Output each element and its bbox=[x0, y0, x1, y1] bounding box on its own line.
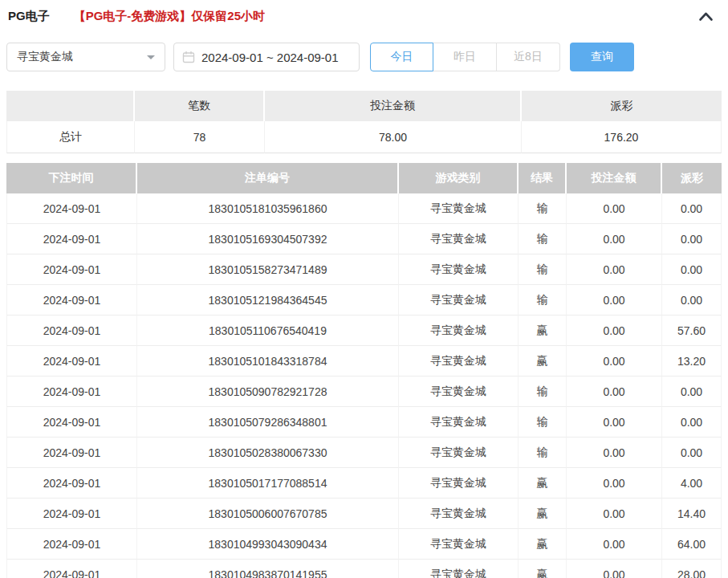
cell-bet-amount: 0.00 bbox=[567, 346, 662, 377]
query-button[interactable]: 查询 bbox=[570, 43, 634, 71]
cell-result: 输 bbox=[519, 285, 567, 315]
cell-bet-amount: 0.00 bbox=[567, 285, 662, 315]
cell-game-type: 寻宝黄金城 bbox=[399, 285, 519, 315]
cell-game-type: 寻宝黄金城 bbox=[399, 377, 519, 407]
cell-bet-time: 2024-09-01 bbox=[6, 438, 137, 468]
cell-bet-time: 2024-09-01 bbox=[6, 285, 137, 315]
summary-total-label: 总计 bbox=[6, 121, 135, 153]
cell-payout: 0.00 bbox=[662, 407, 722, 438]
cell-payout: 0.00 bbox=[662, 377, 722, 407]
cell-bet-amount: 0.00 bbox=[567, 377, 662, 407]
table-row: 2024-09-011830105006007670785寻宝黄金城赢0.001… bbox=[6, 499, 722, 529]
summary-header-row: 笔数 投注金额 派彩 bbox=[6, 91, 722, 121]
cell-order-id: 1830105110676540419 bbox=[137, 315, 399, 346]
cell-order-id: 1830105017177088514 bbox=[137, 468, 399, 499]
col-header-result: 结果 bbox=[519, 163, 567, 193]
cell-bet-amount: 0.00 bbox=[567, 560, 662, 578]
promo-notice: 【PG电子-免费游戏】仅保留25小时 bbox=[74, 9, 265, 24]
table-row: 2024-09-011830105028380067330寻宝黄金城输0.000… bbox=[6, 438, 722, 468]
cell-order-id: 1830104983870141955 bbox=[137, 560, 399, 578]
table-row: 2024-09-011830105079286348801寻宝黄金城输0.000… bbox=[6, 407, 722, 438]
cell-order-id: 1830105006007670785 bbox=[137, 499, 399, 529]
calendar-icon bbox=[182, 51, 195, 63]
table-row: 2024-09-011830104983870141955寻宝黄金城赢0.002… bbox=[6, 560, 722, 578]
cell-bet-amount: 0.00 bbox=[567, 315, 662, 346]
table-row: 2024-09-011830105101843318784寻宝黄金城赢0.001… bbox=[6, 346, 722, 377]
cell-game-type: 寻宝黄金城 bbox=[399, 438, 519, 468]
summary-header-payout: 派彩 bbox=[522, 91, 722, 121]
cell-order-id: 1830105028380067330 bbox=[137, 438, 399, 468]
cell-result: 输 bbox=[519, 407, 567, 438]
cell-bet-time: 2024-09-01 bbox=[6, 499, 137, 529]
cell-payout: 0.00 bbox=[662, 193, 722, 224]
cell-game-type: 寻宝黄金城 bbox=[399, 560, 519, 578]
quick-range-today[interactable]: 今日 bbox=[370, 43, 433, 71]
cell-bet-amount: 0.00 bbox=[567, 529, 662, 560]
date-range-value: 2024-09-01 ~ 2024-09-01 bbox=[201, 51, 339, 64]
cell-bet-time: 2024-09-01 bbox=[6, 224, 137, 254]
cell-result: 输 bbox=[519, 438, 567, 468]
betting-records-panel: PG电子 【PG电子-免费游戏】仅保留25小时 寻宝黄金城 2024-09-01… bbox=[0, 0, 728, 578]
summary-total-payout: 176.20 bbox=[522, 121, 722, 153]
table-row: 2024-09-011830104993043090434寻宝黄金城赢0.006… bbox=[6, 529, 722, 560]
chevron-down-icon bbox=[147, 55, 155, 59]
quick-range-yesterday[interactable]: 昨日 bbox=[433, 43, 497, 71]
panel-header: PG电子 【PG电子-免费游戏】仅保留25小时 bbox=[6, 0, 722, 24]
cell-result: 赢 bbox=[519, 529, 567, 560]
cell-order-id: 1830105090782921728 bbox=[137, 377, 399, 407]
bet-table-header-row: 下注时间 注单编号 游戏类别 结果 投注金额 派彩 bbox=[6, 163, 722, 193]
cell-bet-time: 2024-09-01 bbox=[6, 254, 137, 285]
summary-total-bet-amount: 78.00 bbox=[265, 121, 522, 153]
cell-payout: 28.00 bbox=[662, 560, 722, 578]
filter-row: 寻宝黄金城 2024-09-01 ~ 2024-09-01 今日 昨日 近8日 … bbox=[6, 43, 722, 71]
cell-bet-amount: 0.00 bbox=[567, 438, 662, 468]
cell-order-id: 1830105158273471489 bbox=[137, 254, 399, 285]
cell-result: 赢 bbox=[519, 560, 567, 578]
summary-header-count: 笔数 bbox=[135, 91, 265, 121]
cell-game-type: 寻宝黄金城 bbox=[399, 315, 519, 346]
cell-game-type: 寻宝黄金城 bbox=[399, 529, 519, 560]
date-range-input[interactable]: 2024-09-01 ~ 2024-09-01 bbox=[173, 43, 360, 71]
cell-bet-amount: 0.00 bbox=[567, 254, 662, 285]
cell-bet-time: 2024-09-01 bbox=[6, 315, 137, 346]
cell-bet-amount: 0.00 bbox=[567, 193, 662, 224]
cell-bet-time: 2024-09-01 bbox=[6, 407, 137, 438]
cell-order-id: 1830104993043090434 bbox=[137, 529, 399, 560]
cell-bet-amount: 0.00 bbox=[567, 499, 662, 529]
summary-header-bet-amount: 投注金额 bbox=[265, 91, 522, 121]
table-row: 2024-09-011830105017177088514寻宝黄金城赢0.004… bbox=[6, 468, 722, 499]
cell-bet-time: 2024-09-01 bbox=[6, 377, 137, 407]
col-header-order-id: 注单编号 bbox=[137, 163, 399, 193]
cell-bet-time: 2024-09-01 bbox=[6, 193, 137, 224]
cell-result: 输 bbox=[519, 377, 567, 407]
cell-payout: 4.00 bbox=[662, 468, 722, 499]
cell-bet-time: 2024-09-01 bbox=[6, 468, 137, 499]
table-row: 2024-09-011830105121984364545寻宝黄金城输0.000… bbox=[6, 285, 722, 315]
cell-payout: 0.00 bbox=[662, 438, 722, 468]
collapse-button[interactable] bbox=[697, 10, 715, 23]
cell-order-id: 1830105169304507392 bbox=[137, 224, 399, 254]
cell-result: 输 bbox=[519, 224, 567, 254]
quick-range-group: 今日 昨日 近8日 bbox=[370, 43, 560, 71]
cell-bet-time: 2024-09-01 bbox=[6, 529, 137, 560]
table-row: 2024-09-011830105110676540419寻宝黄金城赢0.005… bbox=[6, 315, 722, 346]
cell-payout: 14.40 bbox=[662, 499, 722, 529]
cell-game-type: 寻宝黄金城 bbox=[399, 468, 519, 499]
cell-game-type: 寻宝黄金城 bbox=[399, 254, 519, 285]
game-select-value: 寻宝黄金城 bbox=[17, 50, 73, 64]
quick-range-last8days[interactable]: 近8日 bbox=[497, 43, 560, 71]
col-header-game-type: 游戏类别 bbox=[399, 163, 519, 193]
cell-payout: 0.00 bbox=[662, 254, 722, 285]
cell-payout: 64.00 bbox=[662, 529, 722, 560]
cell-payout: 0.00 bbox=[662, 285, 722, 315]
cell-game-type: 寻宝黄金城 bbox=[399, 224, 519, 254]
game-select[interactable]: 寻宝黄金城 bbox=[6, 43, 165, 71]
cell-game-type: 寻宝黄金城 bbox=[399, 499, 519, 529]
cell-result: 赢 bbox=[519, 499, 567, 529]
cell-result: 输 bbox=[519, 193, 567, 224]
col-header-bet-amount: 投注金额 bbox=[567, 163, 662, 193]
cell-order-id: 1830105079286348801 bbox=[137, 407, 399, 438]
summary-total-row: 总计 78 78.00 176.20 bbox=[6, 121, 722, 153]
cell-bet-time: 2024-09-01 bbox=[6, 560, 137, 578]
cell-result: 赢 bbox=[519, 468, 567, 499]
